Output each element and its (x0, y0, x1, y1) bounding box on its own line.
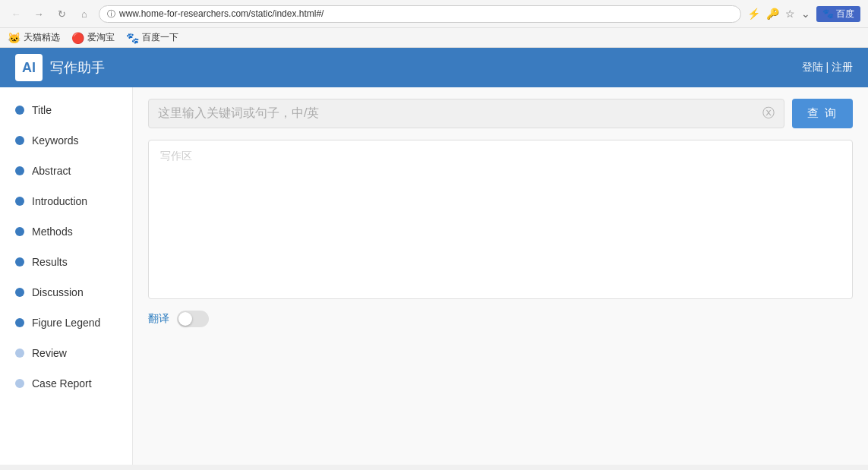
baidu-icon: 🐾 (822, 8, 834, 19)
translate-toggle[interactable] (177, 311, 209, 327)
sidebar-label-results: Results (32, 256, 68, 268)
home-button[interactable]: ⌂ (76, 5, 93, 22)
forward-button[interactable]: → (30, 5, 47, 22)
logo-icon: AI (15, 54, 43, 81)
translate-row: 翻译 (148, 311, 853, 327)
bookmark-baidu[interactable]: 🐾 百度一下 (126, 31, 178, 44)
sidebar-item-keywords[interactable]: Keywords (0, 125, 132, 156)
baidu-paw-icon: 🐾 (126, 32, 139, 44)
sidebar-label-case-report: Case Report (32, 377, 92, 390)
sidebar-item-case-report[interactable]: Case Report (0, 368, 132, 399)
sidebar-dot-abstract (15, 166, 24, 175)
sidebar-label-title: Title (32, 104, 52, 116)
login-link[interactable]: 登陆 (802, 61, 823, 73)
sidebar-dot-discussion (15, 288, 24, 297)
browser-toolbar: ← → ↻ ⌂ ⓘ www.home-for-researchers.com/s… (0, 0, 868, 27)
write-area[interactable]: 写作区 (148, 140, 853, 299)
info-icon: ⓘ (107, 8, 115, 20)
bookmark-tianmao[interactable]: 🐱 天猫精选 (8, 31, 60, 44)
search-placeholder-text: 这里输入关键词或句子，中/英 (158, 106, 756, 121)
sidebar-item-abstract[interactable]: Abstract (0, 156, 132, 186)
bookmark-star-icon[interactable]: ☆ (785, 8, 795, 20)
key-icon[interactable]: 🔑 (766, 8, 779, 20)
app-body: Title Keywords Abstract Introduction Met… (0, 87, 868, 465)
search-row: 这里输入关键词或句子，中/英 ⓧ 查 询 (148, 99, 853, 128)
sidebar-item-discussion[interactable]: Discussion (0, 277, 132, 308)
auth-separator: | (823, 61, 832, 73)
translate-label: 翻译 (148, 312, 169, 326)
query-button[interactable]: 查 询 (792, 99, 853, 128)
write-area-placeholder: 写作区 (160, 150, 192, 162)
tianmao-icon: 🐱 (8, 32, 21, 44)
main-content: 这里输入关键词或句子，中/英 ⓧ 查 询 写作区 翻译 (133, 87, 868, 465)
sidebar-dot-title (15, 106, 24, 115)
bookmark-baidu-label: 百度一下 (142, 31, 178, 44)
sidebar-dot-methods (15, 227, 24, 236)
sidebar-item-introduction[interactable]: Introduction (0, 186, 132, 216)
sidebar-dot-case-report (15, 379, 24, 388)
sidebar-dot-introduction (15, 197, 24, 206)
back-button[interactable]: ← (8, 5, 24, 22)
bookmark-aitaobao[interactable]: 🔴 爱淘宝 (71, 31, 115, 44)
sidebar-label-introduction: Introduction (32, 195, 87, 207)
sidebar-label-discussion: Discussion (32, 286, 84, 298)
dropdown-icon[interactable]: ⌄ (801, 8, 810, 20)
bookmarks-bar: 🐱 天猫精选 🔴 爱淘宝 🐾 百度一下 (0, 27, 868, 47)
refresh-button[interactable]: ↻ (53, 5, 70, 22)
header-auth: 登陆 | 注册 (802, 61, 853, 74)
sidebar-dot-review (15, 349, 24, 358)
browser-actions: ⚡ 🔑 ☆ ⌄ 🐾 百度 (747, 6, 860, 22)
address-bar[interactable]: ⓘ www.home-for-researchers.com/static/in… (99, 5, 741, 23)
bookmark-tianmao-label: 天猫精选 (24, 31, 60, 44)
sidebar-label-review: Review (32, 347, 67, 359)
clear-button[interactable]: ⓧ (762, 106, 775, 121)
sidebar-item-results[interactable]: Results (0, 247, 132, 277)
sidebar-item-methods[interactable]: Methods (0, 216, 132, 247)
url-text: www.home-for-researchers.com/static/inde… (119, 8, 733, 19)
sidebar-label-figure-legend: Figure Legend (32, 317, 100, 329)
register-link[interactable]: 注册 (832, 61, 853, 73)
sidebar: Title Keywords Abstract Introduction Met… (0, 87, 133, 465)
sidebar-dot-figure-legend (15, 318, 24, 327)
sidebar-dot-results (15, 257, 24, 267)
sidebar-item-review[interactable]: Review (0, 338, 132, 368)
aitaobao-icon: 🔴 (71, 32, 84, 44)
browser-chrome: ← → ↻ ⌂ ⓘ www.home-for-researchers.com/s… (0, 0, 868, 48)
app-title: 写作助手 (50, 58, 105, 77)
search-input-wrap[interactable]: 这里输入关键词或句子，中/英 ⓧ (148, 99, 784, 128)
baidu-label: 百度 (836, 8, 854, 21)
app-container: AI 写作助手 登陆 | 注册 Title Keywords Abstract (0, 48, 868, 465)
sidebar-dot-keywords (15, 136, 24, 145)
toggle-knob (178, 312, 192, 326)
app-header: AI 写作助手 登陆 | 注册 (0, 48, 868, 87)
app-logo: AI 写作助手 (15, 54, 105, 81)
sidebar-item-figure-legend[interactable]: Figure Legend (0, 308, 132, 338)
lightning-icon[interactable]: ⚡ (747, 8, 760, 20)
sidebar-label-keywords: Keywords (32, 134, 78, 147)
sidebar-item-title[interactable]: Title (0, 95, 132, 125)
sidebar-label-methods: Methods (32, 226, 73, 238)
baidu-button[interactable]: 🐾 百度 (816, 6, 860, 22)
bookmark-aitaobao-label: 爱淘宝 (87, 31, 115, 44)
sidebar-label-abstract: Abstract (32, 165, 71, 177)
